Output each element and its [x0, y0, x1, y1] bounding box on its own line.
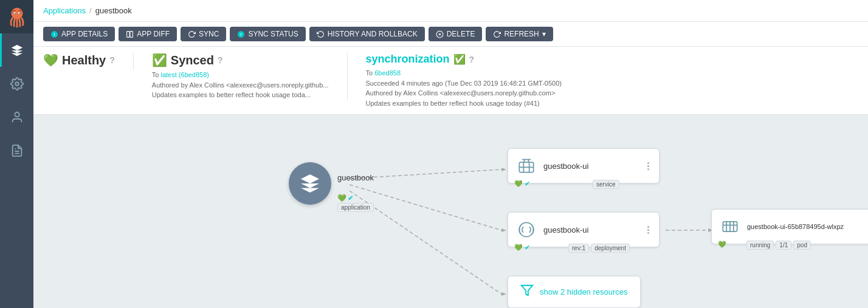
topbar: Applications / guestbook — [33, 0, 868, 22]
pod-icon-wrapper — [719, 216, 741, 238]
sync-title: ✅ Synced ? — [152, 53, 329, 67]
refresh-button[interactable]: REFRESH ▾ — [486, 27, 553, 41]
healthy-label: Healthy — [62, 53, 106, 67]
sidebar-item-layers[interactable] — [0, 33, 33, 67]
ui-deployment-badges: 💚 ✔ rev:1 deployment — [514, 244, 630, 253]
sync-to: To latest (6bed858) — [152, 70, 329, 80]
ui-deployment-menu[interactable] — [645, 225, 652, 235]
sync-detail-title: synchronization ✅ ? — [366, 53, 562, 66]
ui-dep-health: 💚 — [514, 244, 523, 253]
octopus-icon — [5, 5, 29, 29]
history-icon — [317, 30, 325, 38]
main-content: Applications / guestbook i APP DETAILS A… — [33, 0, 868, 308]
app-diff-button[interactable]: APP DIFF — [119, 27, 177, 41]
sync-icon — [188, 30, 196, 38]
svg-point-5 — [14, 12, 15, 13]
sync-detail-author: Authored by Alex Collins <alexexec@users… — [366, 88, 562, 98]
svg-text:i: i — [54, 32, 55, 36]
info-circle-icon: i — [237, 30, 245, 38]
app-details-button[interactable]: i APP DETAILS — [43, 27, 115, 41]
pod-type-badge: pod — [793, 241, 811, 250]
health-status-section: 💚 Healthy ? — [43, 53, 134, 70]
svg-rect-14 — [130, 31, 133, 37]
filter-icon — [520, 284, 534, 300]
refresh-dropdown-arrow: ▾ — [542, 30, 546, 38]
ui-dep-sync: ✔ — [525, 244, 530, 253]
layers-icon-center — [299, 173, 321, 194]
sync-status-button[interactable]: i SYNC STATUS — [230, 27, 305, 41]
svg-marker-21 — [501, 168, 506, 171]
deployment-icon — [518, 221, 535, 238]
app-diff-label: APP DIFF — [137, 30, 170, 38]
svg-marker-23 — [501, 228, 506, 232]
sync-detail-commit-link[interactable]: 6bed858 — [374, 69, 401, 77]
pod-node[interactable]: guestbook-ui-65b878495d-wlxpz 💚 running … — [711, 209, 868, 244]
hidden-resources-node[interactable]: show 2 hidden resources — [508, 276, 641, 308]
status-bar: 💚 Healthy ? ✅ Synced ? To latest (6bed85… — [33, 47, 868, 115]
sync-detail-meta: To 6bed858 Succeeded 4 minutes ago (Tue … — [366, 68, 562, 108]
ui-service-node[interactable]: guestbook-ui 💚 ✔ service — [508, 148, 660, 183]
sidebar-item-user[interactable] — [0, 100, 33, 134]
sync-author: Authored by Alex Collins <alexexec@users… — [152, 80, 329, 91]
deployment-icon-wrapper — [515, 219, 537, 241]
refresh-label: REFRESH — [504, 30, 539, 38]
ui-service-type-badge: service — [593, 180, 619, 189]
sidebar — [0, 0, 33, 308]
delete-label: DELETE — [447, 30, 475, 38]
pod-ratio-badge: 1/1 — [776, 241, 791, 250]
hidden-resources-text: show 2 hidden resources — [540, 287, 628, 296]
sidebar-item-logs[interactable] — [0, 134, 33, 167]
sync-detail-label: synchronization — [366, 53, 450, 66]
service-icon — [518, 157, 535, 174]
filter-svg — [520, 284, 534, 297]
ui-service-health: 💚 — [514, 180, 523, 189]
toolbar: i APP DETAILS APP DIFF SYNC i SYNC STATU… — [33, 22, 868, 47]
center-node-label: guestbook — [337, 173, 374, 182]
history-rollback-button[interactable]: HISTORY AND ROLLBACK — [309, 27, 425, 41]
pod-running-badge: running — [746, 241, 774, 250]
app-details-label: APP DETAILS — [61, 30, 108, 38]
sync-meta: To latest (6bed858) Authored by Alex Col… — [152, 70, 329, 100]
delete-button[interactable]: DELETE — [429, 27, 483, 41]
center-circle-node[interactable] — [289, 162, 331, 205]
center-node-badge-wrapper: application — [337, 201, 374, 212]
sync-detail-help-icon[interactable]: ? — [469, 55, 475, 64]
flow-canvas: guestbook 💚 ✔ application g — [33, 115, 868, 308]
ui-deployment-label: guestbook-ui — [543, 225, 639, 234]
sync-button[interactable]: SYNC — [181, 27, 226, 41]
ui-deployment-node[interactable]: guestbook-ui 💚 ✔ rev:1 deployment — [508, 212, 660, 247]
delete-icon — [436, 30, 444, 38]
ui-service-badges: 💚 ✔ service — [514, 180, 619, 189]
svg-point-7 — [15, 82, 19, 86]
sync-message: Updates examples to better reflect hook … — [152, 90, 329, 100]
ui-dep-type-badge: deployment — [591, 244, 630, 253]
svg-marker-25 — [501, 292, 506, 296]
svg-marker-34 — [522, 286, 532, 296]
ui-service-label: guestbook-ui — [543, 162, 639, 171]
refresh-icon — [493, 30, 501, 38]
sync-detail-section: synchronization ✅ ? To 6bed858 Succeeded… — [366, 53, 580, 108]
sync-detail-check-icon: ✅ — [453, 53, 466, 65]
service-icon-wrapper — [515, 155, 537, 177]
breadcrumb-applications[interactable]: Applications — [43, 6, 86, 15]
pod-label: guestbook-ui-65b878495d-wlxpz — [747, 223, 861, 230]
sync-commit-link[interactable]: latest (6bed858) — [161, 71, 210, 78]
diff-icon — [126, 30, 134, 38]
synced-label: Synced — [171, 53, 214, 67]
info-icon: i — [50, 30, 58, 38]
pod-icon — [722, 218, 739, 235]
sync-detail-message: Updates examples to better reflect hook … — [366, 98, 562, 109]
breadcrumb-current: guestbook — [95, 6, 132, 15]
sync-detail-to: To 6bed858 — [366, 68, 562, 78]
sync-status-section: ✅ Synced ? To latest (6bed858) Authored … — [152, 53, 348, 100]
healthy-help-icon[interactable]: ? — [109, 55, 115, 65]
breadcrumb-separator: / — [89, 6, 92, 15]
svg-point-6 — [19, 12, 20, 13]
sync-help-icon[interactable]: ? — [218, 55, 223, 65]
svg-rect-13 — [127, 31, 129, 37]
sidebar-item-settings[interactable] — [0, 67, 33, 100]
ui-dep-rev-badge: rev:1 — [568, 244, 589, 253]
ui-service-menu[interactable] — [645, 161, 652, 171]
ui-service-sync: ✔ — [525, 180, 530, 189]
sync-detail-succeeded: Succeeded 4 minutes ago (Tue Dec 03 2019… — [366, 78, 562, 89]
